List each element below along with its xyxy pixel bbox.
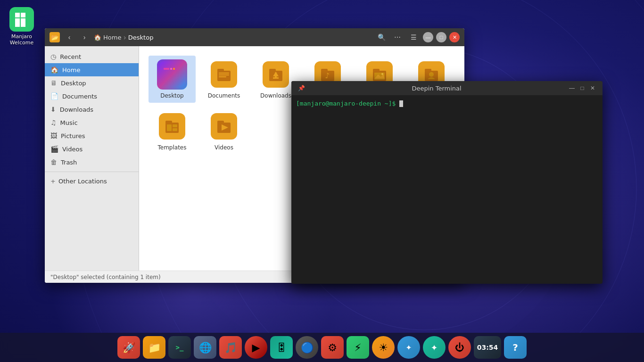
documents-icon: 📄 (50, 92, 58, 100)
file-label-documents: Documents (208, 92, 240, 99)
sidebar-item-other-locations[interactable]: + Other Locations (45, 175, 139, 188)
fm-path-current: Desktop (128, 34, 154, 41)
sidebar-music-label: Music (60, 119, 78, 126)
term-close-button[interactable]: ✕ (587, 83, 598, 93)
svg-rect-9 (159, 61, 185, 88)
term-pin-button[interactable]: 📌 (296, 83, 306, 93)
svg-rect-12 (173, 68, 175, 70)
sidebar-item-downloads[interactable]: ⬇ Downloads (45, 103, 139, 116)
fm-sidebar: ◷ Recent 🏠 Home 🖥 Desktop 📄 Documents ⬇ … (45, 46, 139, 271)
svg-rect-10 (164, 68, 169, 70)
dock-item-clock[interactable]: ☀️ (372, 336, 395, 359)
sidebar-item-recent[interactable]: ◷ Recent (45, 50, 139, 63)
svg-rect-23 (275, 73, 277, 77)
fm-path-separator: › (123, 33, 126, 42)
dock-item-music-player[interactable]: 🎵 (219, 336, 242, 359)
svg-rect-7 (15, 18, 20, 27)
dock-item-media-player[interactable]: ▶ (245, 336, 267, 359)
fm-app-icon: 📂 (50, 32, 60, 42)
svg-rect-15 (217, 69, 224, 72)
fm-titlebar: 📂 ‹ › 🏠 Home › Desktop 🔍 ⋯ ☰ — □ ✕ (45, 28, 464, 46)
dock-item-battery[interactable]: ⚡ (347, 336, 369, 359)
sidebar-item-home[interactable]: 🏠 Home (45, 63, 139, 76)
fm-grid-button[interactable]: ⋯ (391, 31, 404, 44)
svg-rect-42 (167, 124, 172, 131)
fm-forward-button[interactable]: › (79, 32, 90, 43)
sidebar-trash-label: Trash (61, 159, 77, 166)
term-titlebar: 📌 Deepin Terminal — □ ✕ (291, 81, 603, 95)
downloads-icon: ⬇ (50, 106, 56, 113)
taskbar: 🚀 📁 >_ 🌐 🎵 ▶ 🎛 🔵 ⚙️ ⚡ ☀️ ✦ ✦ (0, 333, 644, 362)
manjaro-welcome-icon[interactable]: ManjaroWelcome (9, 7, 34, 46)
music-icon: ♫ (50, 119, 57, 126)
svg-rect-24 (273, 77, 279, 79)
fm-close-button[interactable]: ✕ (449, 32, 460, 42)
sidebar-pictures-label: Pictures (61, 132, 85, 140)
sidebar-item-videos[interactable]: 🎬 Videos (45, 142, 139, 156)
videos-folder-icon (209, 111, 239, 141)
recent-icon: ◷ (50, 53, 56, 60)
sidebar-recent-label: Recent (60, 53, 81, 60)
trash-icon: 🗑 (50, 158, 57, 166)
dock-item-rocket[interactable]: 🚀 (117, 336, 140, 359)
svg-rect-43 (173, 124, 177, 127)
sidebar-item-documents[interactable]: 📄 Documents (45, 90, 139, 103)
fm-status-text: "Desktop" selected (containing 1 item) (50, 274, 161, 280)
sidebar-videos-label: Videos (62, 146, 83, 153)
svg-point-34 (381, 73, 383, 75)
svg-text:♪: ♪ (325, 71, 330, 80)
other-locations-plus-icon: + (50, 178, 56, 185)
videos-icon: 🎬 (50, 145, 58, 153)
fm-toolbar-right: 🔍 ⋯ ☰ — □ ✕ (375, 31, 460, 44)
file-item-documents[interactable]: Documents (200, 56, 248, 103)
sidebar-documents-label: Documents (62, 93, 97, 100)
term-body[interactable]: [manjaro@manjaro-deepin ~]$ (291, 95, 603, 284)
sidebar-home-label: Home (62, 66, 80, 74)
term-cursor (399, 100, 403, 107)
home-icon: 🏠 (50, 66, 58, 74)
file-label-desktop: Desktop (160, 92, 184, 99)
fm-search-button[interactable]: 🔍 (375, 31, 388, 44)
desktop-folder-icon (157, 59, 187, 90)
sidebar-downloads-label: Downloads (60, 106, 93, 113)
term-minimize-button[interactable]: — (567, 83, 577, 93)
templates-folder-icon (157, 111, 187, 141)
term-maximize-button[interactable]: □ (577, 83, 587, 93)
svg-rect-18 (219, 76, 226, 77)
term-prompt-text: [manjaro@manjaro-deepin ~]$ (296, 100, 396, 107)
sidebar-item-music[interactable]: ♫ Music (45, 116, 139, 129)
dock-item-help[interactable]: ? (504, 336, 527, 359)
dock-item-browser[interactable]: 🌐 (194, 336, 216, 359)
term-title: Deepin Terminal (306, 85, 567, 92)
file-item-templates[interactable]: Templates (149, 107, 196, 155)
dock-item-time-display[interactable]: 03:54 (474, 336, 501, 359)
file-item-videos[interactable]: Videos (200, 107, 248, 155)
dock-item-terminal[interactable]: >_ (168, 336, 191, 359)
dock-item-system-settings[interactable]: ⚙️ (321, 336, 344, 359)
dock-item-bluetooth[interactable]: ✦ (397, 336, 420, 359)
file-label-videos: Videos (215, 144, 233, 151)
svg-rect-5 (15, 13, 20, 17)
fm-path-home[interactable]: 🏠 Home (94, 34, 121, 41)
file-item-desktop[interactable]: Desktop (149, 56, 196, 103)
dock-item-files[interactable]: 📁 (143, 336, 165, 359)
manjaro-logo (9, 7, 34, 32)
svg-rect-17 (219, 74, 229, 75)
sidebar-desktop-label: Desktop (61, 80, 86, 87)
svg-rect-6 (21, 13, 25, 17)
desktop-icon: 🖥 (50, 79, 57, 87)
svg-rect-44 (173, 128, 177, 131)
sidebar-item-pictures[interactable]: 🖼 Pictures (45, 129, 139, 142)
sidebar-other-locations-label: Other Locations (58, 178, 107, 185)
fm-minimize-button[interactable]: — (423, 32, 433, 42)
dock-item-controls[interactable]: 🎛 (270, 336, 293, 359)
fm-menu-button[interactable]: ☰ (407, 31, 420, 44)
sidebar-item-desktop[interactable]: 🖥 Desktop (45, 76, 139, 90)
sidebar-divider (45, 172, 139, 172)
sidebar-item-trash[interactable]: 🗑 Trash (45, 156, 139, 169)
fm-back-button[interactable]: ‹ (64, 32, 75, 43)
fm-maximize-button[interactable]: □ (436, 32, 446, 42)
dock-item-camera[interactable]: 🔵 (296, 336, 318, 359)
dock-item-power[interactable]: ⏻ (448, 336, 471, 359)
dock-item-network[interactable]: ✦ (423, 336, 446, 359)
